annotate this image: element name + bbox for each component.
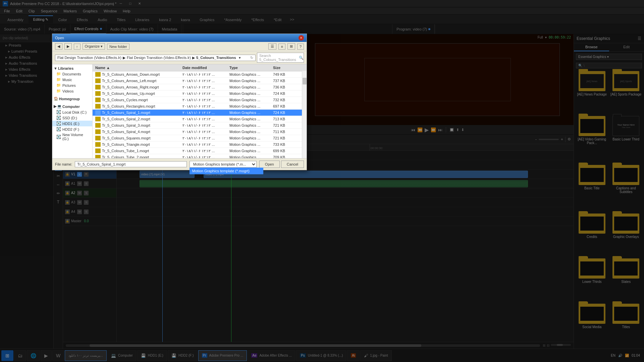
file-row-7[interactable]: Tr_5_Colours_Spiral_2.mogrt ۲۰۱۸/۱۱/۰۶ ۱…: [93, 116, 307, 122]
file-row-12[interactable]: Tr_5_Colours_Tube_1.mogrt ۲۰۱۸/۱۱/۰۶ ۱۲:…: [93, 148, 307, 154]
file-list-scrollbar[interactable]: [302, 71, 307, 158]
breadcrumb-2: Flat Design Transition (Video-Effects.lr…: [127, 56, 191, 60]
file-icon-2: [95, 85, 101, 89]
dialog-path[interactable]: Flat Design Transition (Video-Effects.lr…: [55, 55, 256, 61]
file-date-12: ۲۰۱۸/۱۱/۰۶ ۱۲:۱۲ ...: [181, 148, 228, 154]
file-row-5[interactable]: Tr_5_Colours_Rectangles.mogrt ۲۰۱۸/۱۱/۰۶…: [93, 103, 307, 110]
file-type-13: Motion Graphics ...: [228, 155, 272, 158]
view-list-button[interactable]: ☰: [268, 43, 276, 50]
file-row-13[interactable]: Tr_5_Colours_Tube_2.mogrt ۲۰۱۸/۱۱/۰۶ ۱۲:…: [93, 154, 307, 158]
dialog-file-header: Name ▲ Date modified Type Size: [93, 64, 307, 71]
file-name-10: Tr_5_Colours_Squares.mogrt: [94, 135, 181, 141]
computer-label: Computer: [62, 105, 80, 109]
sidebar-computer[interactable]: ▶ 💻 Computer: [52, 104, 92, 109]
up-button[interactable]: ↑: [74, 44, 80, 50]
sidebar-homegroup[interactable]: 🏠 Homegroup: [52, 96, 92, 102]
file-row-3[interactable]: Tr_5_Colours_Arrows_Up.mogrt ۲۰۱۸/۱۱/۰۶ …: [93, 90, 307, 97]
file-type-dropdown-popup[interactable]: Motion Graphics template (*.mogrt): [190, 168, 263, 174]
sidebar-hdd1-e[interactable]: 💽 HDD1 (E:): [52, 121, 92, 126]
file-name-8: Tr_5_Colours_Spiral_3.mogrt: [94, 123, 181, 128]
libraries-label: Libraries: [58, 66, 73, 70]
file-type-10: Motion Graphics ...: [228, 136, 272, 140]
file-name-3: Tr_5_Colours_Arrows_Up.mogrt: [94, 91, 181, 96]
breadcrumb-sep-2: ▶: [192, 56, 195, 60]
file-row-2[interactable]: Tr_5_Colours_Arrows_Right.mogrt ۲۰۱۸/۱۱/…: [93, 84, 307, 90]
file-date-4: ۲۰۱۸/۱۱/۰۶ ۱۲:۱۲ ...: [181, 98, 228, 103]
file-icon-9: [95, 129, 101, 134]
cancel-button[interactable]: Cancel: [281, 161, 304, 168]
open-button[interactable]: Open: [259, 161, 280, 168]
sidebar-ssd-d[interactable]: 💽 SSD (D:): [52, 115, 92, 121]
file-size-4: 732 KB: [272, 98, 299, 102]
file-row-4[interactable]: Tr_5_Colours_Cycles.mogrt ۲۰۱۸/۱۱/۰۶ ۱۲:…: [93, 97, 307, 103]
dialog-body: ▼ Libraries 📁 Documents 📁 Music 📁 Pictur…: [52, 64, 307, 158]
file-icon-13: [95, 155, 101, 158]
file-size-1: 737 KB: [272, 78, 299, 83]
dialog-file-list: Tr_5_Colours_Arrows_Down.mogrt ۲۰۱۸/۱۱/۰…: [93, 71, 307, 158]
col-header-name[interactable]: Name ▲: [94, 65, 181, 70]
file-date-8: ۲۰۱۸/۱۱/۰۶ ۱۲:۱۲ ...: [181, 123, 228, 128]
help-button[interactable]: ?: [297, 44, 304, 50]
col-header-date[interactable]: Date modified: [181, 65, 228, 70]
file-size-12: 699 KB: [272, 148, 299, 153]
file-name-9: Tr_5_Colours_Spiral_4.mogrt: [94, 129, 181, 134]
col-header-type[interactable]: Type: [228, 65, 272, 70]
file-date-10: ۲۰۱۸/۱۱/۰۶ ۱۲:۱۲ ...: [181, 136, 228, 141]
drive-g-label: New Volume (G:): [62, 133, 90, 141]
file-type-11: Motion Graphics ...: [228, 142, 272, 147]
file-icon-7: [95, 117, 101, 121]
view-icons-button[interactable]: ⊞: [287, 43, 295, 50]
file-size-6: 724 KB: [272, 110, 299, 115]
sidebar-music[interactable]: 📁 Music: [52, 77, 92, 82]
sidebar-documents[interactable]: 📁 Documents: [52, 71, 92, 77]
sidebar-libraries-group[interactable]: ▼ Libraries: [52, 66, 92, 71]
file-type-select[interactable]: Motion Graphics template (*.m... Motion …: [190, 161, 257, 168]
breadcrumb-dropdown-icon[interactable]: ▾: [239, 56, 241, 60]
file-icon-8: [95, 123, 101, 128]
file-name-7: Tr_5_Colours_Spiral_2.mogrt: [94, 116, 181, 122]
back-button[interactable]: ◀: [55, 43, 62, 50]
drive-c-icon: 💽: [56, 110, 61, 114]
sidebar-hdd2-f[interactable]: 💽 HDD2 (F:): [52, 126, 92, 132]
sidebar-pictures[interactable]: 📁 Pictures: [52, 82, 92, 88]
file-row-0[interactable]: Tr_5_Colours_Arrows_Down.mogrt ۲۰۱۸/۱۱/۰…: [93, 71, 307, 78]
search-btn-icon[interactable]: 🔍: [299, 56, 304, 60]
dropdown-option-text: Motion Graphics template (*.mogrt): [192, 169, 250, 173]
dialog-title: Open: [55, 36, 64, 40]
file-row-10[interactable]: Tr_5_Colours_Squares.mogrt ۲۰۱۸/۱۱/۰۶ ۱۲…: [93, 135, 307, 141]
videos-icon: 📁: [56, 89, 61, 93]
pictures-label: Pictures: [62, 83, 76, 87]
file-icon-6: [95, 110, 101, 115]
file-name-input[interactable]: [75, 161, 186, 167]
file-name-0: Tr_5_Colours_Arrows_Down.mogrt: [94, 72, 181, 77]
breadcrumb-1: Flat Design Transition (Video-Effects.lr…: [57, 56, 121, 60]
file-type-3: Motion Graphics ...: [228, 91, 272, 96]
drive-e-label: HDD1 (E:): [62, 122, 79, 126]
new-folder-button[interactable]: New folder: [107, 44, 129, 50]
file-type-7: Motion Graphics ...: [228, 117, 272, 121]
organize-button[interactable]: Organize ▾: [83, 43, 105, 50]
view-details-button[interactable]: ≡: [278, 44, 285, 50]
file-row-11[interactable]: Tr_5_Colours_Triangle.mogrt ۲۰۱۸/۱۱/۰۶ ۱…: [93, 141, 307, 148]
file-type-6: Motion Graphics ...: [228, 110, 272, 115]
file-date-9: ۲۰۱۸/۱۱/۰۶ ۱۲:۱۲ ...: [181, 129, 228, 134]
file-row-9[interactable]: Tr_5_Colours_Spiral_4.mogrt ۲۰۱۸/۱۱/۰۶ ۱…: [93, 129, 307, 135]
sidebar-videos[interactable]: 📁 Videos: [52, 88, 92, 94]
file-row-6[interactable]: Tr_5_Colours_Spiral_1.mogrt ۲۰۱۸/۱۱/۰۶ ۱…: [93, 110, 307, 116]
dialog-search[interactable]: Search 5_Colours_Transitions 🔍: [257, 53, 304, 63]
dialog-close-button[interactable]: ✕: [299, 35, 304, 41]
col-header-size[interactable]: Size: [272, 65, 299, 70]
file-row-8[interactable]: Tr_5_Colours_Spiral_3.mogrt ۲۰۱۸/۱۱/۰۶ ۱…: [93, 122, 307, 129]
file-date-6: ۲۰۱۸/۱۱/۰۶ ۱۲:۱۲ ...: [181, 110, 228, 115]
search-placeholder: Search 5_Colours_Transitions: [259, 54, 296, 62]
refresh-icon[interactable]: ↻: [250, 56, 253, 60]
sidebar-new-volume-g[interactable]: 💽 New Volume (G:): [52, 132, 92, 141]
documents-label: Documents: [62, 72, 81, 76]
file-name-2: Tr_5_Colours_Arrows_Right.mogrt: [94, 84, 181, 90]
file-row-1[interactable]: Tr_5_Colours_Arrows_Left.mogrt ۲۰۱۸/۱۱/۰…: [93, 78, 307, 84]
dialog-action-buttons: Open Cancel: [259, 161, 304, 168]
forward-button[interactable]: ▶: [64, 43, 72, 50]
drive-d-icon: 💽: [56, 116, 61, 120]
sidebar-local-disk-c[interactable]: 💽 Local Disk (C:): [52, 109, 92, 115]
scrollbar-thumb[interactable]: [303, 78, 307, 84]
